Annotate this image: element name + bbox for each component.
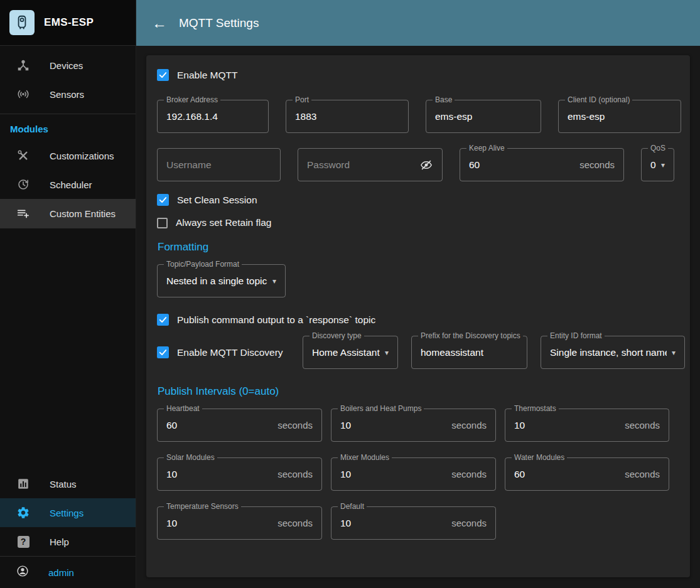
field-suffix: seconds: [625, 469, 660, 479]
sidebar-item-sensors[interactable]: Sensors: [0, 80, 136, 109]
topic-payload-format-select[interactable]: Topic/Payload Format Nested in a single …: [157, 264, 286, 297]
custom-entities-icon: [16, 206, 31, 220]
field-label: Thermostats: [512, 405, 559, 413]
base-field[interactable]: Base ems-esp: [426, 100, 541, 133]
retain-flag-checkbox[interactable]: Always set Retain flag: [157, 217, 680, 228]
field-label: Entity ID format: [547, 332, 605, 340]
sidebar-item-scheduler[interactable]: Scheduler: [0, 170, 136, 199]
sidebar-user-admin[interactable]: admin: [0, 557, 136, 588]
field-label: QoS: [648, 144, 668, 152]
field-value: Nested in a single topic: [166, 275, 267, 287]
app-window: EMS-ESP Devices Sensors Modules: [0, 0, 700, 588]
sidebar-item-status[interactable]: Status: [0, 469, 136, 498]
water-modules-interval-field[interactable]: Water Modules 60 seconds: [505, 457, 669, 491]
page-title: MQTT Settings: [179, 16, 259, 30]
sidebar-item-label: Scheduler: [50, 179, 92, 190]
back-button[interactable]: ←: [152, 16, 167, 31]
publish-response-checkbox[interactable]: Publish command output to a `response` t…: [157, 314, 680, 326]
sidebar-spacer: [0, 228, 136, 469]
field-value: 60: [469, 159, 574, 171]
field-value: 1883: [295, 111, 399, 122]
sidebar-item-label: Status: [50, 479, 77, 489]
enable-mqtt-checkbox[interactable]: Enable MQTT: [157, 69, 680, 81]
field-value: 192.168.1.4: [166, 111, 259, 122]
heartbeat-interval-field[interactable]: Heartbeat 60 seconds: [157, 409, 322, 442]
sidebar-item-devices[interactable]: Devices: [0, 51, 136, 80]
username-field[interactable]: Username: [157, 148, 281, 181]
discovery-type-select[interactable]: Discovery type Home Assistant ▾: [303, 336, 398, 369]
mqtt-settings-card: Enable MQTT Broker Address 192.168.1.4 P…: [146, 55, 690, 577]
field-value: ems-esp: [435, 111, 532, 122]
checkbox-label: Enable MQTT: [177, 70, 237, 81]
status-icon: [16, 477, 31, 491]
gear-icon: [16, 506, 31, 520]
entity-id-format-select[interactable]: Entity ID format Single instance, short …: [541, 336, 685, 369]
checkbox-label: Enable MQTT Discovery: [177, 347, 283, 358]
field-label: Base: [433, 96, 455, 104]
sidebar-item-custom-entities[interactable]: Custom Entities: [0, 199, 136, 228]
ems-esp-logo-icon: [9, 10, 35, 35]
field-value: 10: [340, 420, 446, 431]
boilers-interval-field[interactable]: Boilers and Heat Pumps 10 seconds: [331, 409, 496, 442]
field-label: Solar Modules: [164, 454, 217, 462]
field-label: Keep Alive: [466, 144, 507, 152]
client-id-field[interactable]: Client ID (optional) ems-esp: [558, 100, 681, 133]
clean-session-checkbox[interactable]: Set Clean Session: [157, 194, 680, 206]
field-suffix: seconds: [277, 469, 313, 479]
solar-modules-interval-field[interactable]: Solar Modules 10 seconds: [157, 457, 322, 491]
user-name: admin: [48, 567, 74, 578]
sidebar-item-label: Help: [50, 537, 69, 547]
field-suffix: seconds: [451, 518, 487, 528]
sidebar-spacer: [0, 109, 136, 114]
discovery-prefix-field[interactable]: Prefix for the Discovery topics homeassi…: [411, 336, 527, 369]
field-label: Topic/Payload Format: [164, 260, 242, 269]
visibility-off-icon[interactable]: [419, 158, 433, 172]
temperature-sensors-interval-field[interactable]: Temperature Sensors 10 seconds: [157, 506, 322, 540]
enable-mqtt-discovery-checkbox[interactable]: Enable MQTT Discovery: [157, 346, 289, 358]
broker-row: Broker Address 192.168.1.4 Port 1883 Bas…: [157, 100, 680, 133]
sidebar-item-help[interactable]: ? Help: [0, 527, 136, 556]
user-avatar-icon: [16, 564, 30, 580]
field-suffix: seconds: [277, 420, 313, 430]
field-value: 10: [166, 518, 272, 529]
sidebar: EMS-ESP Devices Sensors Modules: [0, 0, 136, 588]
password-field[interactable]: Password: [298, 148, 443, 181]
scheduler-icon: [16, 178, 31, 191]
field-value: 60: [166, 420, 272, 431]
checkbox-label: Always set Retain flag: [176, 217, 272, 228]
sidebar-item-label: Settings: [50, 508, 83, 518]
field-suffix: seconds: [451, 420, 487, 430]
mixer-modules-interval-field[interactable]: Mixer Modules 10 seconds: [331, 457, 496, 491]
field-value: Home Assistant: [312, 347, 380, 358]
field-label: Boilers and Heat Pumps: [338, 405, 424, 413]
credentials-row: Username Password Keep Al: [157, 148, 680, 181]
checkbox-checked-icon: [157, 69, 169, 81]
field-value: 10: [166, 469, 272, 480]
main-area: ← MQTT Settings Enable MQTT Broker Addre…: [136, 0, 700, 588]
chevron-down-icon: ▾: [661, 161, 665, 169]
sidebar-spacer: [0, 46, 136, 51]
username-placeholder: Username: [166, 159, 271, 171]
thermostats-interval-field[interactable]: Thermostats 10 seconds: [505, 409, 669, 442]
qos-select[interactable]: QoS 0 ▾: [641, 148, 674, 181]
field-suffix: seconds: [451, 469, 487, 479]
field-suffix: seconds: [579, 159, 615, 170]
field-value: 10: [514, 420, 620, 431]
field-label: Prefix for the Discovery topics: [418, 332, 523, 340]
sensors-icon: [16, 87, 31, 101]
checkbox-checked-icon: [157, 346, 169, 358]
field-value: 60: [514, 469, 620, 480]
chevron-down-icon: ▾: [272, 277, 276, 286]
keep-alive-field[interactable]: Keep Alive 60 seconds: [460, 148, 624, 181]
customizations-icon: [16, 149, 31, 163]
field-label: Port: [293, 96, 311, 104]
broker-address-field[interactable]: Broker Address 192.168.1.4: [157, 100, 269, 133]
sidebar-item-settings[interactable]: Settings: [0, 498, 136, 527]
field-label: Broker Address: [164, 96, 220, 104]
default-interval-field[interactable]: Default 10 seconds: [331, 506, 496, 540]
sidebar-item-customizations[interactable]: Customizations: [0, 141, 136, 170]
checkbox-checked-icon: [157, 314, 169, 326]
discovery-row: Enable MQTT Discovery Discovery type Hom…: [157, 336, 680, 369]
port-field[interactable]: Port 1883: [286, 100, 409, 133]
help-icon: ?: [16, 536, 31, 548]
